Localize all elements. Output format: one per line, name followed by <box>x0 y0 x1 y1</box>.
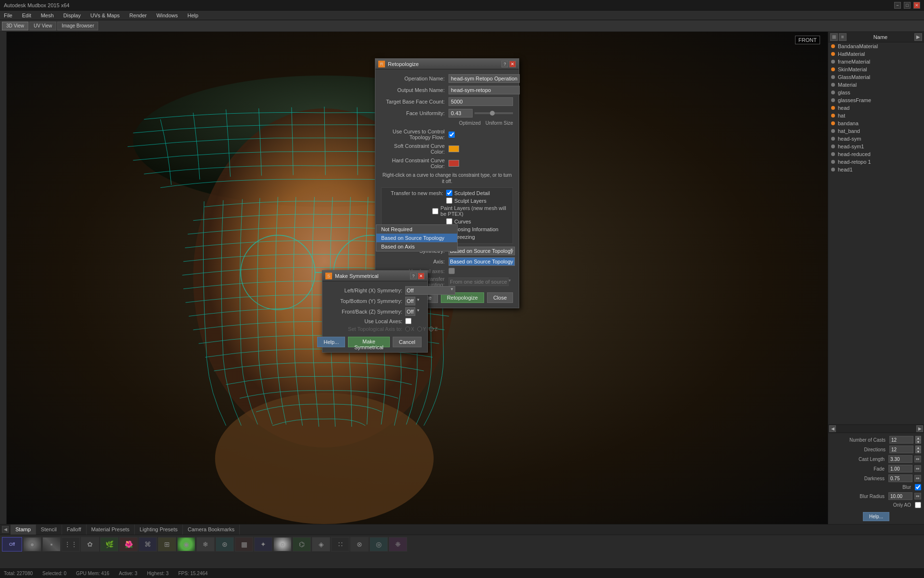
darkness-link[interactable]: ⇔ <box>914 475 921 482</box>
vl-item-bandana[interactable]: BandanaMaterial <box>828 42 924 50</box>
blur-checkbox[interactable] <box>915 484 921 490</box>
stamp-item-3[interactable]: ⋮⋮ <box>62 537 80 552</box>
vl-item-hatband[interactable]: hat_band <box>828 127 924 135</box>
stamp-item-17[interactable]: ∷ <box>331 537 349 552</box>
axis-select[interactable]: Not Required Based on Source Topology Ba… <box>449 257 515 266</box>
stamp-tab-stencil[interactable]: Stencil <box>36 525 62 535</box>
retopo-close-icon[interactable]: ✕ <box>509 61 516 67</box>
only-ao-checkbox[interactable] <box>915 502 921 508</box>
rp-icon1[interactable]: ⊞ <box>830 33 838 41</box>
stamp-item-1[interactable]: ● <box>23 537 41 552</box>
num-casts-down[interactable]: ▼ <box>915 440 921 444</box>
toolbar-3dview[interactable]: 3D View <box>2 22 28 30</box>
menu-file[interactable]: File <box>2 12 14 19</box>
rp-expand[interactable]: ▶ <box>914 33 922 41</box>
sym-make-btn[interactable]: Make Symmetrical <box>348 337 390 347</box>
vl-item-head1[interactable]: head1 <box>828 166 924 173</box>
toolbar-uvview[interactable]: UV View <box>29 22 56 30</box>
stamp-item-11[interactable]: ⊛ <box>216 537 234 552</box>
sym-close-icon[interactable]: ✕ <box>418 273 424 279</box>
stamp-item-10[interactable]: ❄ <box>196 537 215 552</box>
vl-item-bandana2[interactable]: bandana <box>828 119 924 127</box>
menu-edit[interactable]: Edit <box>20 12 33 19</box>
face-uniformity-track[interactable] <box>475 112 513 114</box>
axis-based-on-axis[interactable]: Based on Axis <box>376 242 457 251</box>
stamp-item-19[interactable]: ◎ <box>370 537 388 552</box>
vl-item-skin[interactable]: SkinMaterial <box>828 66 924 73</box>
stamp-item-13[interactable]: ✦ <box>254 537 272 552</box>
vl-item-glassesframe[interactable]: glassesFrame <box>828 96 924 104</box>
sym-cancel-btn[interactable]: Cancel <box>393 337 422 347</box>
paint-layers-cb[interactable] <box>432 208 438 214</box>
sculpt-layers-cb[interactable] <box>446 197 452 204</box>
fade-input[interactable] <box>888 465 912 473</box>
num-casts-up[interactable]: ▲ <box>915 436 921 440</box>
vl-item-hat[interactable]: HatMaterial <box>828 50 924 58</box>
stamp-tab-material[interactable]: Material Presets <box>87 525 135 535</box>
stamp-tab-lighting[interactable]: Lighting Presets <box>135 525 183 535</box>
cast-length-link[interactable]: ⇔ <box>914 456 921 462</box>
lr-sym-select[interactable]: Off Positive to Negative Negative to Pos… <box>405 286 455 295</box>
sym-help-btn[interactable]: Help... <box>317 337 345 347</box>
maximize-btn[interactable]: □ <box>904 2 911 9</box>
vl-item-headsym1[interactable]: head-sym1 <box>828 143 924 150</box>
sculpted-detail-cb[interactable] <box>446 190 452 196</box>
directions-down[interactable]: ▼ <box>915 449 921 453</box>
stamp-tab-falloff[interactable]: Falloff <box>62 525 87 535</box>
directions-up[interactable]: ▲ <box>915 446 921 449</box>
stamp-off-btn[interactable]: Off <box>2 537 22 552</box>
local-axes-cb[interactable] <box>405 318 411 324</box>
vl-item-headretopo[interactable]: head-retopo 1 <box>828 158 924 166</box>
viewport-3d[interactable]: FRONT R Retopologize ? ✕ Operation Name: <box>7 32 828 524</box>
vl-item-head[interactable]: head <box>828 104 924 112</box>
stamp-tab-stamp[interactable]: Stamp <box>11 525 36 535</box>
blur-radius-link[interactable]: ⇔ <box>914 493 921 499</box>
close-app-btn[interactable]: ✕ <box>913 2 920 9</box>
menu-mesh[interactable]: Mesh <box>39 12 56 19</box>
op-name-input[interactable] <box>449 74 520 83</box>
retopo-close-btn[interactable]: Close <box>487 292 513 303</box>
stamp-item-4[interactable]: ✿ <box>81 537 99 552</box>
stamp-item-9[interactable]: ◉ <box>177 537 195 552</box>
directions-input[interactable] <box>889 446 913 453</box>
stamp-item-12[interactable]: ▦ <box>235 537 253 552</box>
stamp-item-20[interactable]: ❈ <box>389 537 407 552</box>
vl-item-headreduced[interactable]: head-reduced <box>828 150 924 158</box>
num-casts-input[interactable] <box>889 436 913 444</box>
stamp-item-7[interactable]: ⌘ <box>139 537 157 552</box>
vl-item-glass[interactable]: GlassMaterial <box>828 73 924 81</box>
target-face-input[interactable] <box>449 97 513 106</box>
stamp-item-8[interactable]: ⊞ <box>158 537 176 552</box>
tb-sym-select[interactable]: Off <box>405 297 415 305</box>
cast-length-input[interactable] <box>888 455 912 463</box>
symmetry-select[interactable]: Based on Source Topology <box>449 247 515 255</box>
fade-link[interactable]: ⇔ <box>914 465 921 472</box>
vl-item-material[interactable]: Material <box>828 81 924 89</box>
toolbar-imagebrowser[interactable]: Image Browser <box>57 22 98 30</box>
soft-color-swatch[interactable] <box>449 145 459 152</box>
stamp-item-2[interactable]: ▪ <box>42 537 61 552</box>
retopo-titlebar[interactable]: R Retopologize ? ✕ <box>375 59 519 69</box>
stamp-item-18[interactable]: ⊗ <box>350 537 369 552</box>
stamp-item-5[interactable]: 🌿 <box>100 537 118 552</box>
retopo-help-icon[interactable]: ? <box>501 61 508 67</box>
vl-item-headsym[interactable]: head-sym <box>828 135 924 143</box>
minimize-btn[interactable]: − <box>894 2 901 9</box>
stamp-item-16[interactable]: ◈ <box>312 537 330 552</box>
axis-source-topology[interactable]: Based on Source Topology <box>376 234 457 242</box>
rp-icon2[interactable]: ≡ <box>839 33 847 41</box>
face-uniformity-input[interactable] <box>449 109 473 118</box>
axis-not-required[interactable]: Not Required <box>376 225 457 234</box>
fb-sym-select[interactable]: Off <box>405 307 415 316</box>
hard-color-swatch[interactable] <box>449 160 459 167</box>
stamp-item-14[interactable]: ○ <box>273 537 292 552</box>
prop-help-btn[interactable]: Help... <box>863 512 889 521</box>
sym-titlebar[interactable]: S Make Symmetrical ? ✕ <box>322 271 427 281</box>
vl-item-frame[interactable]: frameMaterial <box>828 58 924 66</box>
menu-help[interactable]: Help <box>186 12 201 19</box>
stamp-item-15[interactable]: ⌬ <box>293 537 311 552</box>
output-mesh-input[interactable] <box>449 86 520 94</box>
stamp-tab-camera[interactable]: Camera Bookmarks <box>183 525 240 535</box>
stamp-toggle[interactable]: ◀ <box>2 526 9 533</box>
vl-item-hat2[interactable]: hat <box>828 112 924 119</box>
